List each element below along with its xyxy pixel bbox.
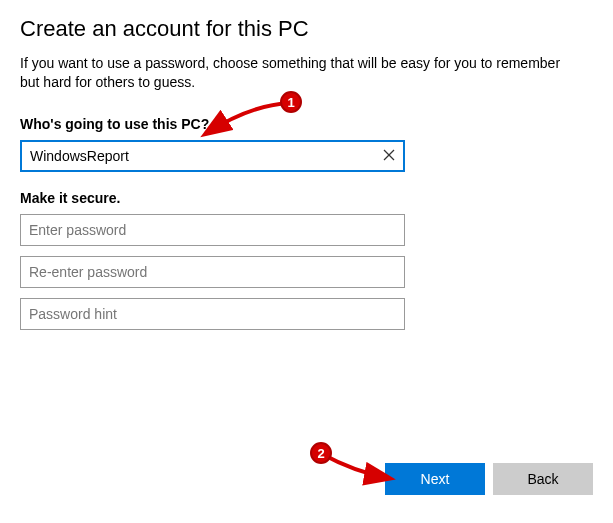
next-button[interactable]: Next <box>385 463 485 495</box>
page-title: Create an account for this PC <box>20 16 593 42</box>
username-input-wrap <box>20 140 405 172</box>
username-input[interactable] <box>20 140 405 172</box>
password-hint-input-wrap <box>20 298 405 330</box>
secure-label: Make it secure. <box>20 190 593 206</box>
password-input[interactable] <box>20 214 405 246</box>
button-row: Next Back <box>385 463 593 495</box>
confirm-password-input-wrap <box>20 256 405 288</box>
annotation-badge-2: 2 <box>310 442 332 464</box>
password-hint-input[interactable] <box>20 298 405 330</box>
back-button[interactable]: Back <box>493 463 593 495</box>
confirm-password-input[interactable] <box>20 256 405 288</box>
page-description: If you want to use a password, choose so… <box>20 54 580 92</box>
clear-icon[interactable] <box>381 147 399 165</box>
password-input-wrap <box>20 214 405 246</box>
username-label: Who's going to use this PC? <box>20 116 593 132</box>
annotation-badge-1: 1 <box>280 91 302 113</box>
